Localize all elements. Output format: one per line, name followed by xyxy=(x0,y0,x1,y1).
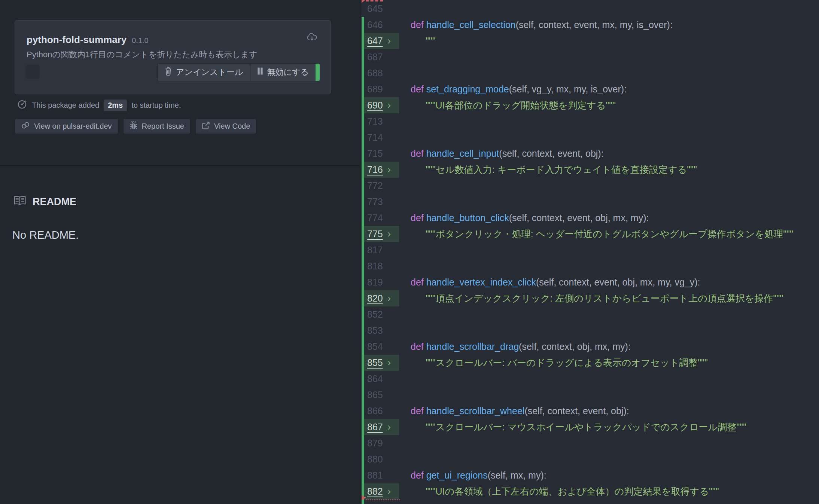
line-number[interactable]: 772 xyxy=(367,178,383,194)
line-number[interactable]: 690 xyxy=(367,97,383,113)
code-line-row[interactable]: 883 xyxy=(361,500,819,504)
code-text[interactable]: def handle_cell_input(self, context, eve… xyxy=(411,146,604,162)
line-number[interactable]: 687 xyxy=(367,49,383,65)
code-line-row[interactable]: 645 xyxy=(361,1,819,17)
code-line-row[interactable]: 879 xyxy=(361,435,819,451)
line-number[interactable]: 879 xyxy=(367,435,383,451)
fold-chevron-icon[interactable]: › xyxy=(387,226,391,242)
line-number[interactable]: 864 xyxy=(367,371,383,387)
line-number[interactable]: 852 xyxy=(367,306,383,323)
docstring-text[interactable]: """スクロールバー: マウスホイールやトラックパッドでのスクロール調整""" xyxy=(426,419,746,435)
code-line-row[interactable]: 882›"""UIの各領域（上下左右の端、および全体）の判定結果を取得する""" xyxy=(361,483,819,500)
code-line-row[interactable]: 818 xyxy=(361,258,819,274)
code-line-row[interactable]: 854def handle_scrollbar_drag(self, conte… xyxy=(361,339,819,355)
line-number[interactable]: 647 xyxy=(367,33,383,49)
docstring-text[interactable]: """ xyxy=(426,33,436,49)
line-number[interactable]: 820 xyxy=(367,290,383,306)
code-line-row[interactable]: 855›"""スクロールバー: バーのドラッグによる表示のオフセット調整""" xyxy=(361,355,819,371)
docstring-text[interactable]: """ボタンクリック・処理: ヘッダー付近のトグルボタンやグループ操作ボタンを処… xyxy=(426,226,793,242)
report-issue-button[interactable]: Report Issue xyxy=(123,118,191,134)
line-number[interactable]: 855 xyxy=(367,355,383,371)
keyword-token: def xyxy=(411,470,426,480)
line-number[interactable]: 818 xyxy=(367,258,383,274)
package-name: python-fold-summary xyxy=(27,34,127,46)
report-issue-label: Report Issue xyxy=(142,122,184,131)
line-number[interactable]: 819 xyxy=(367,274,383,290)
code-line-row[interactable]: 772 xyxy=(361,178,819,194)
line-number[interactable]: 867 xyxy=(367,419,383,435)
line-number[interactable]: 853 xyxy=(367,323,383,339)
view-code-button[interactable]: View Code xyxy=(195,118,256,134)
code-text[interactable]: def set_dragging_mode(self, vg_y, mx, my… xyxy=(411,81,627,97)
code-line-row[interactable]: 716›"""セル数値入力: キーボード入力でウェイト値を直接設定する""" xyxy=(361,162,819,178)
line-number[interactable]: 817 xyxy=(367,242,383,258)
code-line-row[interactable]: 864 xyxy=(361,371,819,387)
git-removed-indicator-bottom xyxy=(366,499,400,500)
params-token: (self, context, event, obj): xyxy=(524,406,629,416)
fold-chevron-icon[interactable]: › xyxy=(387,290,391,306)
code-text[interactable]: def handle_vertex_index_click(self, cont… xyxy=(411,274,700,290)
code-line-row[interactable]: 866def handle_scrollbar_wheel(self, cont… xyxy=(361,403,819,419)
docstring-text[interactable]: """セル数値入力: キーボード入力でウェイト値を直接設定する""" xyxy=(426,162,697,178)
code-line-row[interactable]: 715def handle_cell_input(self, context, … xyxy=(361,146,819,162)
line-number[interactable]: 713 xyxy=(367,113,383,129)
line-number[interactable]: 775 xyxy=(367,226,383,242)
code-line-row[interactable]: 867›"""スクロールバー: マウスホイールやトラックパッドでのスクロール調整… xyxy=(361,419,819,435)
code-line-row[interactable]: 646def handle_cell_selection(self, conte… xyxy=(361,17,819,33)
code-line-row[interactable]: 687 xyxy=(361,49,819,65)
code-line-row[interactable]: 881def get_ui_regions(self, mx, my): xyxy=(361,467,819,483)
line-number[interactable]: 866 xyxy=(367,403,383,419)
code-text[interactable]: def handle_scrollbar_wheel(self, context… xyxy=(411,403,629,419)
line-number[interactable]: 881 xyxy=(367,467,383,483)
line-number[interactable]: 865 xyxy=(367,387,383,403)
fold-chevron-icon[interactable]: › xyxy=(387,483,391,499)
code-line-row[interactable]: 817 xyxy=(361,242,819,258)
code-line-row[interactable]: 852 xyxy=(361,306,819,323)
section-divider xyxy=(0,165,360,166)
docstring-text[interactable]: """UIの各領域（上下左右の端、および全体）の判定結果を取得する""" xyxy=(426,483,719,500)
code-text[interactable]: def handle_scrollbar_drag(self, context,… xyxy=(411,339,631,355)
line-number[interactable]: 882 xyxy=(367,483,383,500)
code-line-row[interactable]: 865 xyxy=(361,387,819,403)
fold-chevron-icon[interactable]: › xyxy=(387,162,391,177)
line-number[interactable]: 715 xyxy=(367,146,383,162)
code-line-row[interactable]: 690›"""UI各部位のドラッグ開始状態を判定する""" xyxy=(361,97,819,113)
fold-chevron-icon[interactable]: › xyxy=(387,355,391,370)
line-number[interactable]: 774 xyxy=(367,210,383,226)
fold-chevron-icon[interactable]: › xyxy=(387,97,391,113)
code-line-row[interactable]: 714 xyxy=(361,129,819,146)
function-name-token: get_ui_regions xyxy=(426,470,488,480)
docstring-text[interactable]: """スクロールバー: バーのドラッグによる表示のオフセット調整""" xyxy=(426,355,708,371)
code-line-row[interactable]: 819def handle_vertex_index_click(self, c… xyxy=(361,274,819,290)
line-number[interactable]: 645 xyxy=(367,1,383,17)
line-number[interactable]: 716 xyxy=(367,162,383,178)
code-text[interactable]: def handle_cell_selection(self, context,… xyxy=(411,17,673,33)
code-line-row[interactable]: 774def handle_button_click(self, context… xyxy=(361,210,819,226)
code-text[interactable]: def handle_button_click(self, context, e… xyxy=(411,210,649,226)
line-number[interactable]: 714 xyxy=(367,129,383,146)
line-number[interactable]: 773 xyxy=(367,194,383,210)
code-line-row[interactable]: 880 xyxy=(361,451,819,467)
code-line-row[interactable]: 647›""" xyxy=(361,33,819,49)
fold-chevron-icon[interactable]: › xyxy=(387,33,391,49)
code-line-row[interactable]: 853 xyxy=(361,323,819,339)
code-line-row[interactable]: 713 xyxy=(361,113,819,129)
code-line-row[interactable]: 773 xyxy=(361,194,819,210)
disable-button[interactable]: 無効にする xyxy=(250,64,316,81)
line-number[interactable]: 854 xyxy=(367,339,383,355)
code-line-row[interactable]: 775›"""ボタンクリック・処理: ヘッダー付近のトグルボタンやグループ操作ボ… xyxy=(361,226,819,242)
line-number[interactable]: 689 xyxy=(367,81,383,97)
uninstall-button[interactable]: アンインストール xyxy=(158,64,250,81)
line-number[interactable]: 646 xyxy=(367,17,383,33)
fold-chevron-icon[interactable]: › xyxy=(387,419,391,435)
docstring-text[interactable]: """頂点インデックスクリック: 左側のリストからビューポート上の頂点選択を操作… xyxy=(426,290,783,306)
code-text[interactable]: def get_ui_regions(self, mx, my): xyxy=(411,467,546,483)
line-number[interactable]: 880 xyxy=(367,451,383,467)
line-number[interactable]: 688 xyxy=(367,65,383,81)
code-line-row[interactable]: 820›"""頂点インデックスクリック: 左側のリストからビューポート上の頂点選… xyxy=(361,290,819,306)
docstring-text[interactable]: """UI各部位のドラッグ開始状態を判定する""" xyxy=(426,97,616,113)
view-on-pulsar-button[interactable]: View on pulsar-edit.dev xyxy=(15,118,118,134)
code-line-row[interactable]: 688 xyxy=(361,65,819,81)
code-editor[interactable]: 645646def handle_cell_selection(self, co… xyxy=(361,0,819,504)
code-line-row[interactable]: 689def set_dragging_mode(self, vg_y, mx,… xyxy=(361,81,819,97)
